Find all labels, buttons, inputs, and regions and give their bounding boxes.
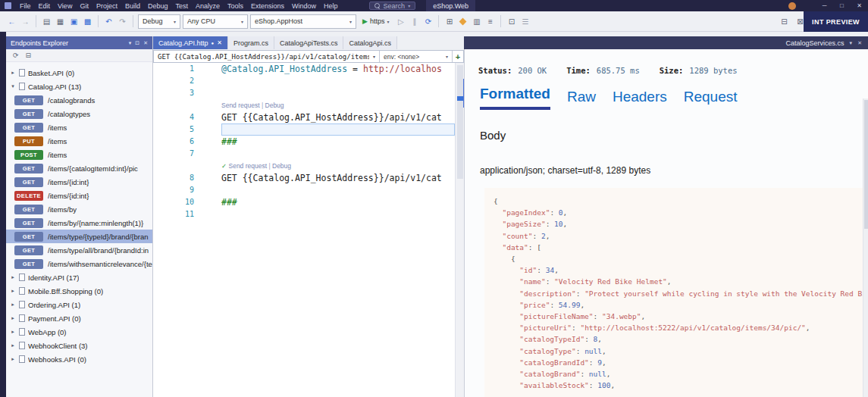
- json-line: "catalogTypeId": 8,: [494, 333, 863, 345]
- response-json-viewer: { "pageIndex": 0, "pageSize": 10, "count…: [484, 188, 863, 397]
- endpoint-group[interactable]: ▸WebhookClient (3): [6, 339, 152, 352]
- project-icon: [19, 274, 25, 281]
- undo-icon[interactable]: ↶: [103, 15, 114, 28]
- start-without-debug-icon[interactable]: ▷: [395, 15, 406, 28]
- maximize-button[interactable]: □: [833, 0, 851, 11]
- menu-view[interactable]: View: [54, 2, 76, 10]
- response-tab-formatted[interactable]: Formatted: [480, 86, 550, 110]
- add-request-button[interactable]: +: [452, 51, 463, 62]
- open-folder-icon[interactable]: ▦: [55, 15, 66, 28]
- endpoint-item[interactable]: GET/items/type/all/brand/{brandId:in: [6, 243, 152, 257]
- codelens-link[interactable]: Debug: [272, 162, 291, 170]
- method-badge: GET: [14, 123, 43, 133]
- code-line: 1@Catalog.API_HostAddress = http://local…: [153, 63, 455, 75]
- pin-icon[interactable]: ⊡: [135, 40, 139, 46]
- separator: [133, 15, 133, 27]
- endpoint-item[interactable]: GET/items: [6, 120, 152, 134]
- new-file-icon[interactable]: ▤: [41, 15, 52, 28]
- menu-file[interactable]: File: [16, 2, 35, 10]
- menu-git[interactable]: Git: [76, 2, 92, 10]
- feedback-icon[interactable]: ⊟: [779, 15, 790, 28]
- codelens-link[interactable]: Send request: [221, 102, 260, 109]
- tab-label[interactable]: CatalogServices.cs: [786, 39, 844, 47]
- codelens-link[interactable]: Send request: [228, 162, 267, 170]
- endpoint-item[interactable]: POST/items: [6, 148, 152, 161]
- scrollbar-thumb[interactable]: [457, 65, 463, 179]
- navigate-forward-icon[interactable]: →: [20, 15, 31, 28]
- panel-menu-icon[interactable]: ▾: [129, 40, 132, 46]
- editor-tab[interactable]: Program.cs: [228, 36, 274, 49]
- menu-window[interactable]: Window: [288, 2, 320, 10]
- save-icon[interactable]: ▣: [68, 15, 80, 28]
- configuration-select[interactable]: Debug ▾: [138, 14, 180, 29]
- endpoint-item[interactable]: GET/catalogtypes: [6, 107, 152, 120]
- user-avatar[interactable]: [788, 2, 796, 10]
- collapse-all-icon[interactable]: ⊟: [26, 52, 32, 59]
- bookmark-icon[interactable]: ⊡: [506, 15, 517, 28]
- json-line: "pictureUri": "http://localhost:5222/api…: [494, 322, 863, 333]
- endpoint-item[interactable]: GET/items/by: [6, 202, 152, 216]
- scrollbar-thumb[interactable]: [864, 100, 868, 229]
- close-button[interactable]: ✕: [851, 0, 868, 11]
- request-url-input[interactable]: GET {{Catalog.API_HostAddress}}/api/v1/c…: [154, 51, 369, 62]
- endpoint-item[interactable]: DELETE/items/{id:int}: [6, 189, 152, 202]
- code-editor[interactable]: 1@Catalog.API_HostAddress = http://local…: [153, 63, 455, 397]
- navigate-back-icon[interactable]: ←: [6, 15, 17, 28]
- menu-analyze[interactable]: Analyze: [192, 2, 224, 10]
- menu-build[interactable]: Build: [121, 2, 144, 10]
- menu-tools[interactable]: Tools: [224, 2, 247, 10]
- preview-channel-badge[interactable]: INT PREVIEW: [804, 11, 868, 32]
- close-icon[interactable]: ✕: [217, 39, 222, 46]
- endpoint-item[interactable]: GET/catalogbrands: [6, 93, 152, 107]
- chevron-down-icon[interactable]: ▾: [369, 51, 379, 62]
- endpoint-group[interactable]: ▸Ordering.API (1): [6, 298, 152, 311]
- grid-icon[interactable]: ⊞: [443, 15, 455, 28]
- editor-tab[interactable]: Catalog.API.http●✕: [153, 36, 228, 49]
- close-icon[interactable]: ✕: [857, 40, 862, 46]
- save-all-icon[interactable]: ▩: [82, 15, 93, 28]
- endpoint-item[interactable]: GET/items/type/{typeId}/brand/{bran: [6, 230, 152, 243]
- endpoint-group[interactable]: ▸Mobile.Bff.Shopping (0): [6, 284, 152, 298]
- endpoint-group[interactable]: ▸Identity.API (17): [6, 270, 152, 284]
- chevron-down-icon[interactable]: ▾: [850, 40, 853, 46]
- endpoint-item[interactable]: GET/items/by/{name:minlength(1)}: [6, 216, 152, 230]
- redo-icon[interactable]: ↷: [117, 15, 128, 28]
- refresh-icon[interactable]: ⟳: [13, 52, 19, 59]
- endpoint-group[interactable]: ▸Payment.API (0): [6, 311, 152, 325]
- platform-select[interactable]: Any CPU ▾: [183, 14, 248, 29]
- response-tab-raw[interactable]: Raw: [567, 89, 596, 110]
- refresh-icon[interactable]: ⟳: [422, 15, 434, 28]
- editor-tab[interactable]: CatalogApiTests.cs: [274, 36, 344, 49]
- menu-project[interactable]: Project: [92, 2, 121, 10]
- list-icon[interactable]: ≡: [484, 15, 496, 28]
- minimize-button[interactable]: ─: [816, 0, 833, 11]
- startup-project-select[interactable]: eShop.AppHost ▾: [250, 14, 356, 29]
- codelens-link[interactable]: Debug: [265, 102, 284, 109]
- response-tab-headers[interactable]: Headers: [613, 89, 667, 110]
- endpoint-item[interactable]: GET/items/{id:int}: [6, 175, 152, 189]
- quick-actions-icon[interactable]: [459, 17, 467, 25]
- menu-help[interactable]: Help: [320, 2, 342, 10]
- endpoint-group[interactable]: ▸Basket.API (0): [6, 66, 152, 80]
- more-tools-icon[interactable]: ☰: [519, 15, 531, 28]
- menu-test[interactable]: Test: [171, 2, 192, 10]
- response-scrollbar[interactable]: [863, 98, 868, 397]
- response-tab-request[interactable]: Request: [684, 89, 738, 110]
- menu-edit[interactable]: Edit: [35, 2, 55, 10]
- search-box[interactable]: Search ▾: [369, 2, 416, 10]
- endpoint-item[interactable]: GET/items/withsemanticrelevance/{te: [6, 257, 152, 270]
- endpoint-item[interactable]: GET/items/{catalogItemId:int}/pic: [6, 161, 152, 175]
- chart-icon[interactable]: ▥: [471, 15, 482, 28]
- menu-debug[interactable]: Debug: [144, 2, 172, 10]
- endpoint-item[interactable]: PUT/items: [6, 134, 152, 148]
- endpoint-group[interactable]: ▾Catalog.API (13): [6, 80, 152, 93]
- endpoint-group[interactable]: ▸WebApp (0): [6, 325, 152, 339]
- editor-tab[interactable]: CatalogApi.cs: [343, 36, 397, 49]
- start-debug-button[interactable]: ▶ https ▾: [359, 14, 393, 29]
- editor-scrollbar[interactable]: [455, 63, 464, 397]
- endpoint-group[interactable]: ▸Webhooks.API (0): [6, 352, 152, 366]
- line-text: ###: [221, 136, 455, 148]
- close-icon[interactable]: ✕: [143, 40, 148, 46]
- environment-select[interactable]: env: <none> ▾: [379, 51, 452, 62]
- menu-extensions[interactable]: Extensions: [247, 2, 288, 10]
